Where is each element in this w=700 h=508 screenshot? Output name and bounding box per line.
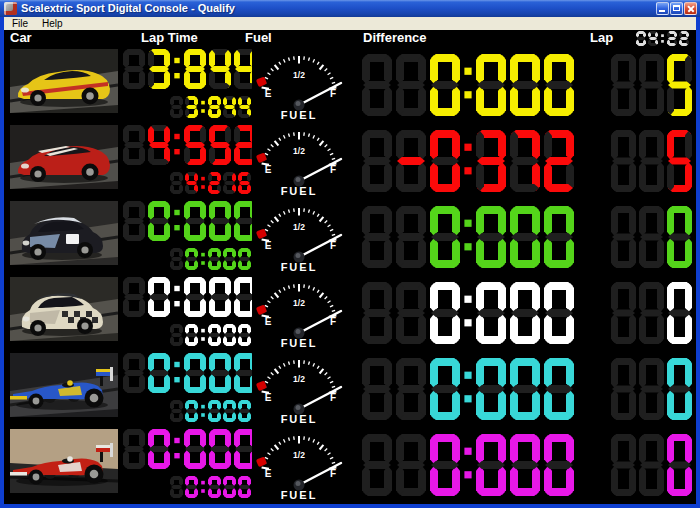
fuel-gauge: 1/2EFFUEL <box>252 352 348 426</box>
difference-display <box>362 54 574 116</box>
fuel-gauge: 1/2EFFUEL <box>252 124 348 198</box>
maximize-icon <box>673 5 680 11</box>
lap-time-display <box>123 125 256 165</box>
svg-text:E: E <box>265 88 272 99</box>
difference-display <box>362 358 574 420</box>
lap-time-display <box>123 429 256 469</box>
table-row: 1/2EFFUEL <box>4 275 696 351</box>
svg-text:1/2: 1/2 <box>293 450 305 460</box>
svg-text:E: E <box>265 164 272 175</box>
difference-display <box>362 206 574 268</box>
car-photo <box>10 125 118 189</box>
svg-text:1/2: 1/2 <box>293 146 305 156</box>
lap-time-display <box>123 353 256 393</box>
svg-text:E: E <box>265 392 272 403</box>
lap-count-display <box>611 282 692 344</box>
table-header: Car Lap Time Fuel Difference Lap <box>4 30 696 47</box>
window-border-bottom <box>0 504 700 508</box>
svg-text:1/2: 1/2 <box>293 222 305 232</box>
lap-count-display <box>611 358 692 420</box>
column-header-car: Car <box>10 30 32 47</box>
lap-time-display <box>123 49 256 89</box>
table-row: 1/2EFFUEL <box>4 199 696 275</box>
best-lap-time-display <box>170 172 251 194</box>
best-lap-time-display <box>170 96 251 118</box>
lap-count-display <box>611 434 692 496</box>
svg-text:FUEL: FUEL <box>281 413 318 425</box>
app-icon <box>4 2 17 15</box>
window-border-left <box>0 17 4 508</box>
svg-text:FUEL: FUEL <box>281 109 318 121</box>
table-row: 1/2EFFUEL <box>4 123 696 199</box>
column-header-fuel: Fuel <box>245 30 272 47</box>
table-row: 1/2EFFUEL <box>4 47 696 123</box>
svg-text:FUEL: FUEL <box>281 337 318 349</box>
car-photo <box>10 353 118 417</box>
menu-bar: File Help <box>4 17 696 30</box>
table-row: 1/2EFFUEL <box>4 351 696 427</box>
svg-text:1/2: 1/2 <box>293 298 305 308</box>
menu-file[interactable]: File <box>9 17 36 30</box>
car-photo <box>10 277 118 341</box>
maximize-button[interactable] <box>670 2 683 15</box>
difference-display <box>362 130 574 192</box>
svg-text:E: E <box>265 468 272 479</box>
close-button[interactable] <box>684 2 697 15</box>
title-bar: Scalextric Sport Digital Console - Quali… <box>0 0 700 17</box>
lap-count-display <box>611 206 692 268</box>
car-photo <box>10 201 118 265</box>
window-border-right <box>696 17 700 508</box>
svg-text:E: E <box>265 240 272 251</box>
car-photo <box>10 429 118 493</box>
svg-text:FUEL: FUEL <box>281 185 318 197</box>
menu-help[interactable]: Help <box>39 17 71 30</box>
lap-time-display <box>123 201 256 241</box>
column-header-difference: Difference <box>363 30 427 47</box>
fuel-gauge: 1/2EFFUEL <box>252 48 348 122</box>
lap-count-display <box>611 130 692 192</box>
best-lap-time-display <box>170 248 251 270</box>
race-timer-display <box>636 31 689 46</box>
svg-text:1/2: 1/2 <box>293 70 305 80</box>
best-lap-time-display <box>170 324 251 346</box>
car-photo <box>10 49 118 113</box>
svg-text:FUEL: FUEL <box>281 261 318 273</box>
lap-count-display <box>611 54 692 116</box>
svg-text:FUEL: FUEL <box>281 489 318 501</box>
best-lap-time-display <box>170 400 251 422</box>
app-window: Scalextric Sport Digital Console - Quali… <box>0 0 700 508</box>
svg-text:E: E <box>265 316 272 327</box>
window-title: Scalextric Sport Digital Console - Quali… <box>21 2 235 14</box>
svg-text:1/2: 1/2 <box>293 374 305 384</box>
minimize-button[interactable] <box>656 2 669 15</box>
fuel-gauge: 1/2EFFUEL <box>252 428 348 502</box>
best-lap-time-display <box>170 476 251 498</box>
lap-time-display <box>123 277 256 317</box>
fuel-gauge: 1/2EFFUEL <box>252 200 348 274</box>
column-header-lap: Lap <box>590 30 613 47</box>
minimize-icon <box>659 10 665 12</box>
difference-display <box>362 282 574 344</box>
difference-display <box>362 434 574 496</box>
fuel-gauge: 1/2EFFUEL <box>252 276 348 350</box>
console-table: Car Lap Time Fuel Difference Lap 1/2EFFU… <box>4 30 696 504</box>
table-row: 1/2EFFUEL <box>4 427 696 503</box>
column-header-lap-time: Lap Time <box>141 30 198 47</box>
